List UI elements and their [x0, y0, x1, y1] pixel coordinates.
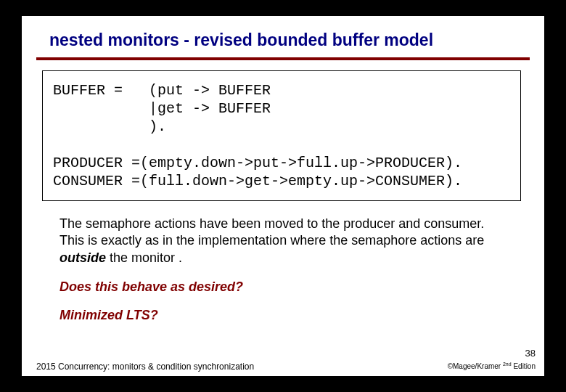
slide: nested monitors - revised bounded buffer… [22, 16, 544, 376]
code-line: BUFFER = (put -> BUFFER [53, 82, 271, 99]
code-line: |get -> BUFFER [53, 100, 271, 117]
slide-title: nested monitors - revised bounded buffer… [22, 16, 544, 50]
footer-left: 2015 Concurrency: monitors & condition s… [36, 362, 254, 372]
code-line: ). [53, 118, 166, 135]
question-2: Minimized LTS? [60, 308, 544, 323]
body-text-pre: The semaphore actions have been moved to… [60, 216, 484, 248]
code-line: CONSUMER =(full.down->get->empty.up->CON… [53, 173, 462, 189]
page-number: 38 [525, 348, 536, 359]
footer-right-sup: 2nd [503, 362, 512, 367]
code-box: BUFFER = (put -> BUFFER |get -> BUFFER )… [42, 70, 521, 201]
footer-right-pre: ©Magee/Kramer [448, 362, 503, 370]
code-line: PRODUCER =(empty.down->put->full.up->PRO… [53, 155, 462, 171]
footer-right-post: Edition [512, 362, 536, 370]
footer: 2015 Concurrency: monitors & condition s… [36, 362, 536, 372]
question-1: Does this behave as desired? [60, 279, 544, 295]
body-text-post: the monitor . [106, 250, 182, 265]
body-paragraph: The semaphore actions have been moved to… [60, 216, 512, 266]
title-underline [36, 57, 530, 60]
body-emph: outside [60, 250, 106, 265]
footer-right: ©Magee/Kramer 2nd Edition [448, 362, 536, 370]
